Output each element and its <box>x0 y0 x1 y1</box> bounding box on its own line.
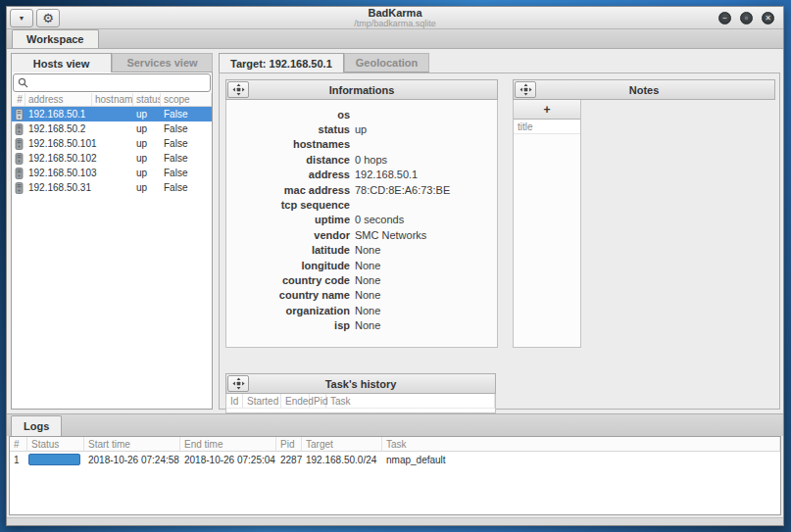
log-task: nmap_default <box>382 455 780 465</box>
column-header-task[interactable]: Task <box>382 437 780 451</box>
host-address: 192.168.50.1 <box>25 109 92 120</box>
host-scope: False <box>161 123 212 134</box>
search-input[interactable] <box>32 77 206 89</box>
info-field-label: country name <box>226 289 350 301</box>
tab-logs[interactable]: Logs <box>11 415 62 436</box>
informations-title: Informations <box>226 84 497 96</box>
column-header-pid[interactable]: Pid <box>276 437 302 451</box>
info-field-label: longitude <box>226 260 350 271</box>
tab-workspace[interactable]: Workspace <box>12 29 99 48</box>
column-header-status[interactable]: status <box>133 93 161 106</box>
chevron-down-icon: ▼ <box>19 15 25 22</box>
logs-table-header: # Status Start time End time Pid Target … <box>10 437 780 452</box>
table-row[interactable]: 192.168.50.102 up False <box>12 151 212 166</box>
maximize-icon: ▫ <box>745 14 748 23</box>
info-field-row: hostnames <box>226 137 497 152</box>
task-history-table: Id Started Ended Pid Task <box>225 394 496 413</box>
notes-header: Notes <box>513 79 775 100</box>
info-field-label: latitude <box>226 244 350 256</box>
column-header-start-time[interactable]: Start time <box>84 437 180 451</box>
host-scope: False <box>161 109 212 120</box>
informations-detach-button[interactable] <box>227 81 249 98</box>
table-row[interactable]: 1 2018-10-26 07:24:58 2018-10-26 07:25:0… <box>10 452 780 467</box>
column-header-ended[interactable]: Ended <box>281 394 310 408</box>
host-icon <box>12 168 25 179</box>
host-icon <box>12 153 25 165</box>
info-field-row: isp None <box>226 317 497 332</box>
column-header-address[interactable]: address <box>25 93 92 106</box>
host-address: 192.168.50.101 <box>25 138 92 149</box>
task-history-detach-button[interactable] <box>227 375 249 392</box>
tab-target[interactable]: Target: 192.168.50.1 <box>219 53 344 73</box>
host-status: up <box>133 109 161 120</box>
column-header-num[interactable]: # <box>10 437 27 451</box>
info-field-row: country code None <box>226 272 497 287</box>
column-header-target[interactable]: Target <box>302 437 382 451</box>
host-status: up <box>133 182 161 193</box>
host-icon <box>12 182 25 194</box>
hosts-list-container: # address hostname status scope <box>11 73 213 410</box>
table-row[interactable]: 192.168.50.101 up False <box>12 136 212 151</box>
table-row[interactable]: 192.168.50.1 up False <box>12 107 212 121</box>
log-num: 1 <box>10 455 27 465</box>
task-history-panel: Task's history Id Started Ended Pid Task <box>225 373 496 394</box>
table-row[interactable]: 192.168.50.2 up False <box>12 121 212 136</box>
info-field-row: country name None <box>226 288 497 303</box>
close-button[interactable]: ✕ <box>762 12 774 24</box>
info-field-row: mac address 78:CD:8E:A6:73:BE <box>226 182 497 197</box>
host-address: 192.168.50.102 <box>25 153 92 164</box>
progress-bar <box>28 454 80 465</box>
settings-button[interactable]: ⚙ <box>36 9 60 27</box>
task-history-header: Task's history <box>225 373 496 394</box>
table-row[interactable]: 192.168.50.31 up False <box>12 180 212 195</box>
desktop-background: ▼ ⚙ BadKarma /tmp/badkarma.sqlite − ▫ ✕ … <box>0 0 791 532</box>
titlebar: ▼ ⚙ BadKarma /tmp/badkarma.sqlite − ▫ ✕ <box>7 7 783 29</box>
task-history-columns: Id Started Ended Pid Task <box>226 394 495 409</box>
column-header-hostname[interactable]: hostname <box>92 93 133 106</box>
window-subtitle: /tmp/badkarma.sqlite <box>354 19 436 28</box>
host-address: 192.168.50.31 <box>25 182 92 193</box>
maximize-button[interactable]: ▫ <box>740 12 753 24</box>
target-icon <box>232 83 245 96</box>
column-header-status[interactable]: Status <box>27 437 84 451</box>
column-header-task[interactable]: Task <box>326 394 495 408</box>
info-field-label: isp <box>226 319 350 331</box>
gear-icon: ⚙ <box>42 12 54 24</box>
main-area: Hosts view Services view # address <box>7 49 783 413</box>
info-field-row: latitude None <box>226 243 497 258</box>
notes-detach-button[interactable] <box>515 81 536 98</box>
status-bar <box>7 517 783 525</box>
host-icon <box>12 109 25 121</box>
informations-header: Informations <box>225 79 498 100</box>
table-row[interactable]: 192.168.50.103 up False <box>12 166 212 180</box>
info-field-value: None <box>350 305 380 316</box>
info-field-value: 0 seconds <box>350 214 404 225</box>
column-header-scope[interactable]: scope <box>161 93 212 106</box>
tab-geolocation[interactable]: Geolocation <box>344 53 430 73</box>
info-field-row: uptime 0 seconds <box>226 213 497 227</box>
info-field-label: vendor <box>226 229 350 241</box>
tab-services-view[interactable]: Services view <box>112 53 213 73</box>
target-tabs: Target: 192.168.50.1 Geolocation <box>219 53 780 73</box>
log-start-time: 2018-10-26 07:24:58 <box>84 455 180 465</box>
minimize-button[interactable]: − <box>718 12 731 24</box>
host-scope: False <box>161 168 212 178</box>
column-header-pid[interactable]: Pid <box>310 394 326 408</box>
column-header-end-time[interactable]: End time <box>180 437 276 451</box>
host-status: up <box>133 153 161 164</box>
column-header-num[interactable]: # <box>12 93 25 106</box>
info-field-row: longitude None <box>226 258 497 272</box>
menu-dropdown-button[interactable]: ▼ <box>10 9 33 27</box>
tab-hosts-view[interactable]: Hosts view <box>11 53 112 73</box>
column-header-id[interactable]: Id <box>226 394 243 408</box>
notes-column-header[interactable]: title <box>514 120 580 134</box>
target-notebook: Target: 192.168.50.1 Geolocation <box>219 53 780 410</box>
badkarma-window: ▼ ⚙ BadKarma /tmp/badkarma.sqlite − ▫ ✕ … <box>6 6 784 526</box>
logs-tabbar: Logs <box>7 414 783 436</box>
hosts-panel-tabs: Hosts view Services view <box>11 53 213 73</box>
add-note-button[interactable]: + <box>514 100 580 120</box>
column-header-started[interactable]: Started <box>243 394 281 408</box>
host-scope: False <box>161 153 212 164</box>
info-field-row: status up <box>226 121 497 136</box>
close-icon: ✕ <box>765 14 771 23</box>
